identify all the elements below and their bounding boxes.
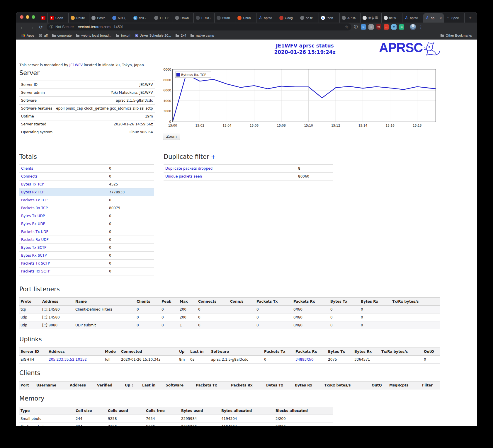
cell: 0 <box>360 306 391 314</box>
bookmark-other-bookmarks[interactable]: Other Bookmarks <box>438 33 474 38</box>
tab[interactable]: 504 ( <box>110 13 131 23</box>
bookmark-2x4[interactable]: 2x4 <box>173 33 188 38</box>
stat-link[interactable]: Packets Tx UDP <box>21 230 48 234</box>
globe-icon <box>363 16 367 20</box>
t-clients-table: PortUsernameAddressVerifiedUp ⇣Last inSo… <box>19 381 440 389</box>
table-row: Connects0 <box>19 173 154 180</box>
new-tab-button[interactable]: + <box>466 14 474 21</box>
stat-link[interactable]: Bytes Tx SCTP <box>21 246 46 250</box>
stat-link[interactable]: Packets Tx SCTP <box>21 261 50 265</box>
stat-link[interactable]: Unique packets seen <box>165 174 202 178</box>
stat-link[interactable]: Bytes Rx SCTP <box>21 253 47 258</box>
row-value: 0 <box>107 173 154 180</box>
tab[interactable]: Posto <box>89 13 110 23</box>
stat-link[interactable]: Duplicate packets dropped <box>165 166 212 171</box>
browser-menu-icon[interactable]: ⋮ <box>418 25 424 29</box>
tab[interactable]: he.fi/ <box>382 13 402 23</box>
tab[interactable]: Ubun <box>235 13 256 23</box>
tab[interactable]: ロコミ <box>152 13 173 23</box>
tab[interactable]: Mdell - <box>131 13 152 23</box>
column-header: Software <box>210 348 263 356</box>
globe-icon <box>175 16 179 20</box>
tab[interactable]: Down <box>173 13 194 23</box>
profile-avatar[interactable] <box>410 24 416 30</box>
window-close-button[interactable] <box>20 15 23 19</box>
totals-section: Totals Clients0Connects0Bytes Tx TCP4525… <box>19 153 154 275</box>
stat-link[interactable]: Packets Rx TCP <box>21 206 48 210</box>
window-minimize-button[interactable] <box>26 15 29 19</box>
column-header: Verified <box>96 381 124 389</box>
extensions-info-icon[interactable]: ⓘ <box>353 24 358 30</box>
tab[interactable]: Goog <box>277 13 298 23</box>
tab[interactable]: ◔Spee <box>444 13 465 23</box>
bookmark-jexer-schedule-20-[interactable]: KJexer-Schedule-20... <box>132 33 173 38</box>
forward-icon[interactable]: → <box>28 23 35 30</box>
bookmark-aff[interactable]: aff <box>36 33 50 38</box>
tab[interactable]: Route <box>69 13 89 23</box>
cell: 0 <box>135 314 160 321</box>
bookmark-apps[interactable]: Apps <box>19 33 36 38</box>
row-label: Packets Rx TCP <box>19 204 107 212</box>
t-dup-table: Duplicate packets dropped8Unique packets… <box>164 164 333 180</box>
tab-active[interactable]: Aap× <box>423 13 444 23</box>
tab[interactable]: 新規掲 <box>361 13 381 23</box>
column-header: Tx/Rx bytes/s <box>391 298 440 306</box>
sort-icon[interactable]: ⇣ <box>130 384 134 387</box>
password-dots-icon[interactable]: ⋯ <box>384 24 389 30</box>
reload-icon[interactable]: ⟳ <box>37 23 45 30</box>
back-icon[interactable]: ← <box>18 23 26 30</box>
cell <box>391 314 440 321</box>
cell: 0 <box>329 306 360 314</box>
stat-link[interactable]: Packets Tx TCP <box>21 198 47 202</box>
stat-link[interactable]: Bytes Rx UDP <box>21 222 45 226</box>
expand-plus-link[interactable]: + <box>211 154 216 160</box>
table-row: Medium pbufs32471505636234520041943042/2… <box>19 423 333 427</box>
bookmark-iroxori[interactable]: iroxori <box>113 33 132 38</box>
translate-extension-icon[interactable]: B <box>361 24 366 30</box>
window-maximize-button[interactable] <box>32 15 35 19</box>
stat-link[interactable]: Bytes Rx TCP <box>21 190 44 194</box>
tab[interactable]: Aaprsc <box>402 13 423 23</box>
stat-link[interactable]: Bytes Tx TCP <box>21 182 44 186</box>
cell: 9258 <box>107 415 145 423</box>
tab[interactable]: ▶Chan <box>48 13 69 23</box>
cell: 244 <box>74 415 107 423</box>
row-value: 0 <box>107 196 154 204</box>
stat-link[interactable]: Clients <box>21 166 33 171</box>
tab-close-icon[interactable]: × <box>439 16 442 20</box>
stat-link[interactable]: Packets Rx SCTP <box>21 269 50 273</box>
grammarly-icon[interactable]: G <box>399 24 404 30</box>
stat-link[interactable]: Bytes Tx UDP <box>21 214 45 218</box>
address-bar[interactable]: ⓘ Not Secure vectant.teraren.com :14501 … <box>47 23 351 30</box>
tab[interactable]: G"deb <box>319 13 340 23</box>
bookmark-label: Jexer-Schedule-20... <box>140 34 171 37</box>
tab[interactable]: ERRC <box>194 13 215 23</box>
server-owner-link[interactable]: JE1WFV <box>69 63 83 67</box>
chart-zoom-button[interactable]: Zoom <box>163 133 180 140</box>
tab[interactable]: APRS <box>340 13 361 23</box>
site-info-icon[interactable]: ⓘ <box>50 24 53 30</box>
bookmark-webrtc-local-broad-[interactable]: webrtc local broad... <box>74 33 113 38</box>
camera-extension-icon[interactable]: ● <box>368 24 374 30</box>
svg-text:10000: 10000 <box>163 68 171 71</box>
page-title: JE1WFV aprsc status 2020-01-26 15:19:24z <box>221 42 388 55</box>
cell: 200 <box>178 314 197 321</box>
bookmark-star-icon[interactable]: ☆ <box>345 25 348 29</box>
folder-icon <box>76 34 80 37</box>
bookmark-corporate[interactable]: corporate <box>50 33 74 38</box>
stat-link[interactable]: Connects <box>21 174 38 178</box>
stat-link[interactable]: Packets Rx UDP <box>21 238 49 242</box>
tab[interactable]: Aaprsc <box>256 13 277 23</box>
column-header: Max <box>178 298 197 306</box>
cell-link[interactable]: 34893/3/0 <box>295 357 314 362</box>
bookmark-native-camp[interactable]: native camp <box>188 33 216 38</box>
tab[interactable]: ▶ <box>39 13 48 23</box>
tab[interactable]: he.fi/ <box>298 13 319 23</box>
tab[interactable]: Stran <box>215 13 235 23</box>
adblock-shield-icon[interactable]: UD <box>376 24 381 30</box>
cell: 3364571 <box>353 356 380 364</box>
vimium-icon[interactable]: V <box>391 24 397 30</box>
table-row: Small pbufs24492587654229598441943042/20… <box>19 415 333 423</box>
cell-link[interactable]: 205.233.35.52:10152 <box>49 357 87 362</box>
speedtest-icon: ◔ <box>446 16 450 20</box>
